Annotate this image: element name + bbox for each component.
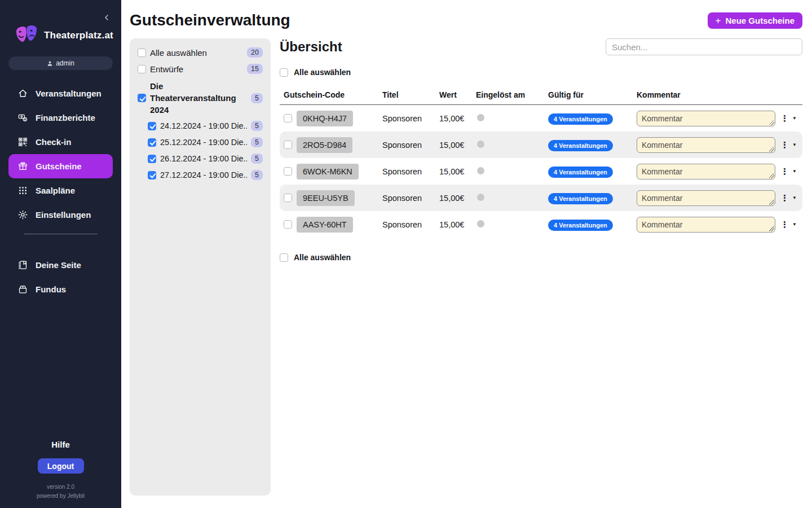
powered-by: powered by Jellybit <box>0 492 121 501</box>
table-row: AASY-60HT Sponsoren 15,00€ 4 Veranstaltu… <box>280 211 802 238</box>
table-body: 0KHQ-H4J7 Sponsoren 15,00€ 4 Veranstaltu… <box>280 105 802 238</box>
sidebar-item-label: Einstellungen <box>36 210 91 220</box>
brand: Theaterplatz.at <box>0 24 121 47</box>
redeemed-cell <box>476 140 548 150</box>
comment-cell <box>637 217 775 233</box>
user-name: admin <box>56 59 74 67</box>
sidebar-item-veranstaltungen[interactable]: Veranstaltungen <box>8 81 113 106</box>
sidebar-collapse-button[interactable] <box>100 11 113 24</box>
page-icon <box>17 260 28 270</box>
valid-for-badge: 4 Veranstaltungen <box>548 167 613 178</box>
filter-event-dates: 24.12.2024 - 19:00 Die... 5 25.12.2024 -… <box>138 121 263 180</box>
select-all-bottom-checkbox[interactable] <box>280 253 288 262</box>
sidebar-item-check-in[interactable]: Check-in <box>8 130 113 154</box>
sidebar: Theaterplatz.at admin Veranstaltungen Fi… <box>0 0 121 508</box>
filter-event-date-checkbox[interactable] <box>148 155 156 163</box>
logout-button[interactable]: Logout <box>38 458 84 474</box>
redeemed-status-dot-icon <box>477 167 484 174</box>
filter-label: 27.12.2024 - 19:00 Die... <box>160 170 247 179</box>
row-actions-menu[interactable]: ⋮▼ <box>780 167 802 176</box>
kebab-menu-icon[interactable]: ⋮ <box>780 167 789 176</box>
filter-event-group-checkbox[interactable] <box>138 94 146 102</box>
dropdown-caret-icon[interactable]: ▼ <box>792 169 797 174</box>
voucher-title: Sponsoren <box>382 194 439 203</box>
sidebar-item-einstellungen[interactable]: Einstellungen <box>8 203 113 227</box>
search-input[interactable] <box>606 38 802 55</box>
chevron-left-icon <box>102 13 111 22</box>
new-voucher-button-label: Neue Gutscheine <box>725 16 795 25</box>
filter-event-date-checkbox[interactable] <box>148 122 156 130</box>
table-row: 2RO5-D984 Sponsoren 15,00€ 4 Veranstaltu… <box>280 132 802 158</box>
filter-event-date: 24.12.2024 - 19:00 Die... 5 <box>148 121 263 131</box>
count-badge: 20 <box>247 47 263 58</box>
sidebar-item-finanzberichte[interactable]: Finanzberichte <box>8 106 113 130</box>
dropdown-caret-icon[interactable]: ▼ <box>792 195 797 200</box>
filter-select-all-checkbox[interactable] <box>138 49 146 57</box>
row-checkbox[interactable] <box>284 194 292 202</box>
valid-for-badge: 4 Veranstaltungen <box>548 113 613 125</box>
filter-drafts-checkbox[interactable] <box>138 65 146 73</box>
sidebar-item-gutscheine[interactable]: Gutscheine <box>8 154 113 178</box>
sidebar-item-deine-seite[interactable]: Deine Seite <box>8 253 113 277</box>
row-actions-menu[interactable]: ⋮▼ <box>780 220 802 229</box>
valid-for-cell: 4 Veranstaltungen <box>548 113 637 124</box>
theater-masks-logo-icon <box>14 24 39 47</box>
row-checkbox[interactable] <box>284 141 292 149</box>
row-checkbox[interactable] <box>284 167 292 176</box>
filter-drafts: Entwürfe 15 <box>138 64 263 74</box>
comment-input[interactable] <box>637 190 775 206</box>
redeemed-cell <box>476 167 548 177</box>
dropdown-caret-icon[interactable]: ▼ <box>792 222 797 227</box>
sidebar-item-label: Saalpläne <box>36 186 75 195</box>
help-link[interactable]: Hilfe <box>0 440 121 449</box>
table-row: 6WOK-M6KN Sponsoren 15,00€ 4 Veranstaltu… <box>280 158 802 185</box>
sidebar-divider <box>24 234 98 234</box>
select-all-top-checkbox[interactable] <box>280 68 288 77</box>
filter-label: 24.12.2024 - 19:00 Die... <box>160 121 247 130</box>
filter-event-date-checkbox[interactable] <box>148 171 156 179</box>
row-checkbox[interactable] <box>284 114 292 122</box>
sidebar-item-label: Deine Seite <box>36 260 81 270</box>
voucher-code: 0KHQ-H4J7 <box>297 111 353 126</box>
sidebar-item-saalplaene[interactable]: Saalpläne <box>8 178 113 203</box>
redeemed-status-dot-icon <box>477 220 484 227</box>
new-voucher-button[interactable]: + Neue Gutscheine <box>708 12 802 29</box>
select-all-bottom-label: Alle auswählen <box>294 253 351 262</box>
redeemed-cell <box>476 193 548 203</box>
kebab-menu-icon[interactable]: ⋮ <box>780 220 789 229</box>
redeemed-status-dot-icon <box>477 141 484 148</box>
section-title: Übersicht <box>280 39 342 55</box>
kebab-menu-icon[interactable]: ⋮ <box>780 114 789 122</box>
filter-label: 26.12.2024 - 19:00 Die... <box>160 154 247 163</box>
box-icon <box>17 284 28 295</box>
kebab-menu-icon[interactable]: ⋮ <box>780 194 789 202</box>
sidebar-item-fundus[interactable]: Fundus <box>8 277 113 301</box>
user-pill[interactable]: admin <box>8 56 113 70</box>
row-actions-menu[interactable]: ⋮▼ <box>780 194 802 202</box>
voucher-title: Sponsoren <box>382 220 439 229</box>
column-header-kommentar: Kommentar <box>637 90 775 99</box>
dropdown-caret-icon[interactable]: ▼ <box>792 142 797 147</box>
column-header-gueltig: Gültig für <box>548 90 637 99</box>
dropdown-caret-icon[interactable]: ▼ <box>792 116 797 121</box>
content-column: Übersicht Alle auswählen Gutschein-Code … <box>280 38 802 496</box>
table-select-all-bottom: Alle auswählen <box>280 253 802 262</box>
redeemed-cell <box>476 220 548 230</box>
table-row: 0KHQ-H4J7 Sponsoren 15,00€ 4 Veranstaltu… <box>280 105 802 132</box>
comment-input[interactable] <box>637 137 775 153</box>
filter-event-date-checkbox[interactable] <box>148 138 156 147</box>
comment-input[interactable] <box>637 111 775 126</box>
count-badge: 15 <box>247 64 263 74</box>
kebab-menu-icon[interactable]: ⋮ <box>780 141 789 149</box>
comment-input[interactable] <box>637 217 775 233</box>
sidebar-item-label: Gutscheine <box>36 161 82 171</box>
comment-input[interactable] <box>637 164 775 179</box>
row-checkbox[interactable] <box>284 220 292 229</box>
comment-cell <box>637 164 775 179</box>
row-actions-menu[interactable]: ⋮▼ <box>780 141 802 149</box>
filter-panel: Alle auswählen 20 Entwürfe 15 Die Theate… <box>130 38 271 496</box>
filter-label: Entwürfe <box>150 64 243 74</box>
valid-for-cell: 4 Veranstaltungen <box>548 220 637 230</box>
row-actions-menu[interactable]: ⋮▼ <box>780 114 802 122</box>
filter-select-all: Alle auswählen 20 <box>138 47 263 58</box>
